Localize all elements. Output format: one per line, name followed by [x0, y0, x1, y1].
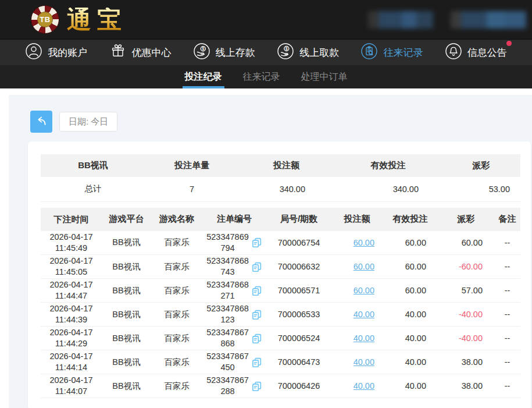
copy-icon[interactable]: [251, 237, 262, 248]
valid-bet: 60.00: [383, 255, 438, 279]
bet-number: 523347868 123: [206, 303, 249, 325]
round-number: 700006632: [266, 255, 331, 279]
copy-icon[interactable]: [251, 309, 262, 320]
table-row: 2026-04-17 11:44:07 BB视讯 百家乐 523347867 2…: [41, 374, 520, 398]
nav-item-promotions[interactable]: 优惠中心: [109, 42, 172, 63]
nav-label: 往来记录: [383, 46, 423, 59]
bet-number-cell: 523347867 450: [202, 350, 266, 374]
total-bet-amount: 340.00: [238, 177, 334, 201]
nav-item-withdraw[interactable]: $ 线上取款: [277, 42, 339, 63]
bet-number-cell: 523347867 288: [202, 374, 266, 398]
copy-icon[interactable]: [251, 357, 262, 368]
summary-header-bet-amount: 投注额: [238, 154, 334, 177]
tab-bet-records[interactable]: 投注纪录: [184, 65, 223, 88]
total-count: 7: [145, 177, 238, 201]
round-number: 700006754: [266, 231, 331, 255]
date-filter[interactable]: 日期: 今日: [59, 112, 117, 132]
nav-item-deposit[interactable]: $ 线上存款: [193, 42, 255, 63]
bet-amount-link[interactable]: 40.00: [354, 357, 374, 367]
bet-time: 2026-04-17 11:45:05: [41, 255, 102, 279]
copy-icon[interactable]: [251, 333, 262, 344]
deposit-icon: $: [193, 42, 210, 63]
game-name: 百家乐: [151, 279, 202, 303]
game-name: 百家乐: [151, 255, 202, 279]
bet-time: 2026-04-17 11:44:47: [41, 279, 102, 303]
bell-icon: [445, 42, 462, 63]
records-icon: [360, 42, 378, 63]
bet-amount-link[interactable]: 60.00: [354, 286, 374, 295]
bet-amount-cell: 40.00: [331, 374, 383, 398]
header-bet-amount: 投注额: [331, 208, 383, 231]
remark: --: [494, 374, 520, 398]
nav-label: 信息公告: [467, 46, 507, 59]
round-number: 700006426: [266, 374, 331, 398]
summary-total-row: 总计 7 340.00 340.00 53.00: [41, 177, 520, 201]
summary-table: BB视讯 投注单量 投注额 有效投注 派彩 总计 7 340.00 340.00…: [41, 154, 520, 202]
bet-number: 523347867 288: [206, 375, 249, 397]
game-name: 百家乐: [151, 350, 202, 374]
withdraw-icon: $: [277, 42, 294, 63]
bet-amount-link[interactable]: 60.00: [354, 262, 374, 271]
blurred-username: [451, 11, 526, 29]
game-platform: BB视讯: [102, 255, 151, 279]
remark: --: [494, 350, 520, 374]
user-icon: [25, 42, 42, 63]
header-round: 局号/期数: [266, 208, 331, 231]
tab-transaction-records[interactable]: 往来记录: [242, 65, 281, 88]
game-platform: BB视讯: [102, 350, 151, 374]
copy-icon[interactable]: [251, 261, 262, 272]
total-label: 总计: [41, 177, 145, 201]
round-number: 700006571: [266, 279, 331, 303]
payout-cell: 38.00: [438, 350, 494, 374]
notification-badge: [506, 41, 512, 46]
gift-icon: [109, 42, 127, 63]
bet-table-header-row: 下注时间 游戏平台 游戏名称 注单编号 局号/期数 投注额 有效投注 派彩 备注: [41, 208, 520, 231]
bet-number: 523347868 743: [206, 256, 249, 278]
round-number: 700006473: [266, 350, 331, 374]
header-game-name: 游戏名称: [151, 208, 202, 231]
summary-header-row: BB视讯 投注单量 投注额 有效投注 派彩: [41, 154, 520, 177]
bet-number-cell: 523347868 123: [202, 303, 266, 327]
nav-item-my-account[interactable]: 我的账户: [25, 42, 87, 63]
header-platform: 游戏平台: [102, 208, 151, 231]
game-platform: BB视讯: [102, 327, 151, 350]
header-bet-number: 注单编号: [202, 208, 266, 231]
nav-label: 线上取款: [299, 46, 339, 59]
game-platform: BB视讯: [102, 279, 151, 303]
nav-label: 我的账户: [48, 46, 87, 59]
bet-amount-cell: 40.00: [331, 350, 383, 374]
brand-logo[interactable]: TB 通宝: [31, 5, 127, 34]
payout-cell: 57.00: [438, 279, 494, 303]
game-name: 百家乐: [151, 327, 202, 350]
content-panel: 日期: 今日 BB视讯 投注单量 投注额 有效投注 派彩 总计 7 340.00…: [9, 95, 532, 408]
payout-cell: 38.00: [438, 374, 494, 398]
bet-number: 523347867 450: [206, 351, 249, 373]
remark: --: [494, 231, 520, 255]
bet-amount-link[interactable]: 40.00: [354, 381, 374, 391]
bet-amount-link[interactable]: 40.00: [354, 310, 374, 319]
nav-item-announcements[interactable]: 信息公告: [445, 42, 507, 63]
bet-amount-link[interactable]: 40.00: [354, 334, 374, 343]
chip-label: TB: [37, 12, 53, 27]
bet-number-cell: 523347868 743: [202, 255, 266, 279]
round-number: 700006524: [266, 327, 331, 350]
game-platform: BB视讯: [102, 231, 151, 255]
bet-amount-link[interactable]: 60.00: [354, 238, 374, 247]
summary-header-payout: 派彩: [442, 154, 520, 177]
bet-amount-cell: 60.00: [331, 255, 383, 279]
game-name: 百家乐: [151, 303, 202, 327]
header-bet-time: 下注时间: [41, 208, 102, 231]
copy-icon[interactable]: [251, 285, 262, 296]
copy-icon[interactable]: [251, 381, 262, 392]
blurred-user-balance: [368, 11, 433, 29]
table-row: 2026-04-17 11:44:39 BB视讯 百家乐 523347868 1…: [41, 303, 520, 327]
nav-item-transaction-records[interactable]: 往来记录: [360, 42, 423, 63]
svg-text:$: $: [285, 46, 288, 51]
valid-bet: 40.00: [383, 327, 438, 350]
bet-number-cell: 523347868 271: [202, 279, 266, 303]
valid-bet: 40.00: [383, 374, 438, 398]
tab-pending-orders[interactable]: 处理中订单: [300, 65, 349, 88]
back-button[interactable]: [30, 111, 52, 133]
table-row: 2026-04-17 11:45:49 BB视讯 百家乐 523347869 7…: [41, 231, 520, 255]
game-name: 百家乐: [151, 374, 202, 398]
